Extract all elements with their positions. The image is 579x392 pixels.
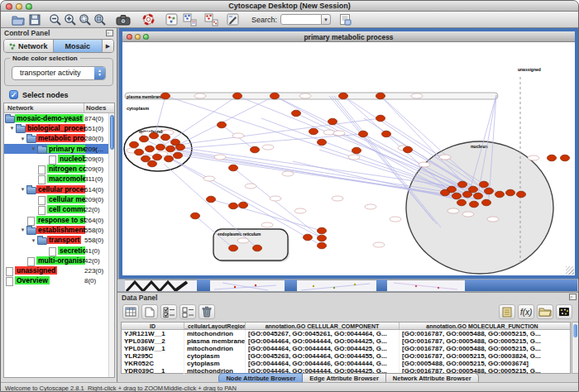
network-node[interactable] bbox=[404, 146, 413, 153]
network-node[interactable] bbox=[239, 202, 248, 208]
network-overview-icon[interactable] bbox=[164, 12, 179, 27]
network-node[interactable] bbox=[441, 189, 450, 196]
zoom-out-icon[interactable] bbox=[48, 12, 63, 27]
network-node[interactable] bbox=[506, 189, 515, 196]
network-node[interactable] bbox=[233, 93, 242, 99]
tree-expand-arrow-icon[interactable]: ▼ bbox=[19, 187, 26, 192]
network-node[interactable] bbox=[141, 155, 151, 162]
tree-row[interactable]: ▼transport558(0) bbox=[4, 236, 114, 246]
network-node[interactable] bbox=[458, 181, 467, 188]
network-node[interactable] bbox=[176, 144, 185, 151]
tree-row[interactable]: cell communicat22(0) bbox=[4, 205, 114, 215]
column-header[interactable]: annotation.GO CELLULAR_COMPONENT bbox=[246, 323, 400, 329]
tree-expand-arrow-icon[interactable]: ▼ bbox=[19, 136, 26, 141]
network-node[interactable] bbox=[452, 193, 462, 199]
tab-mosaic[interactable]: Mosaic bbox=[54, 40, 103, 52]
network-node[interactable] bbox=[135, 149, 144, 155]
import-network-blue-icon[interactable] bbox=[182, 12, 197, 27]
network-node[interactable] bbox=[218, 122, 227, 128]
tree-header-network[interactable]: Network bbox=[4, 103, 84, 112]
network-node[interactable] bbox=[495, 191, 505, 198]
network-node[interactable] bbox=[146, 146, 155, 152]
network-node[interactable] bbox=[207, 196, 216, 203]
unselect-attributes-icon[interactable] bbox=[179, 304, 196, 319]
export-image-camera-icon[interactable] bbox=[116, 12, 131, 27]
save-session-icon[interactable] bbox=[27, 12, 42, 27]
tree-row[interactable]: response to stimulu264(0) bbox=[4, 215, 114, 225]
network-node[interactable] bbox=[482, 199, 491, 206]
network-node[interactable] bbox=[457, 199, 467, 206]
table-scrollbar-thumb[interactable] bbox=[573, 324, 577, 337]
background-window-border[interactable] bbox=[465, 280, 577, 291]
network-node[interactable] bbox=[150, 132, 159, 139]
network-node[interactable] bbox=[561, 155, 570, 161]
network-node[interactable] bbox=[270, 93, 280, 99]
network-node[interactable] bbox=[376, 115, 385, 122]
tree-row[interactable]: ▼metabolic process280(0) bbox=[4, 134, 114, 144]
tree-row[interactable]: secretion41(0) bbox=[4, 246, 114, 256]
network-node[interactable] bbox=[191, 213, 200, 219]
tree-row[interactable]: ▼biological_process651(0) bbox=[4, 123, 114, 133]
import-attributes-folder-icon[interactable] bbox=[537, 304, 553, 319]
tree-row[interactable]: ▼establishment of lo558(0) bbox=[4, 225, 114, 235]
network-node[interactable] bbox=[339, 93, 348, 99]
zoom-fit-content-icon[interactable] bbox=[93, 12, 108, 27]
network-node[interactable] bbox=[485, 188, 494, 194]
network-node[interactable] bbox=[161, 134, 170, 141]
network-node[interactable] bbox=[318, 235, 327, 241]
network-node[interactable] bbox=[153, 154, 162, 160]
window-resize-grip[interactable] bbox=[566, 266, 574, 275]
network-node[interactable] bbox=[480, 181, 489, 188]
background-window-border[interactable] bbox=[285, 280, 297, 291]
column-header[interactable]: _cellularLayoutRegion bbox=[184, 323, 246, 329]
background-window-fragment[interactable] bbox=[387, 280, 465, 291]
new-attribute-icon[interactable] bbox=[141, 304, 158, 319]
network-node[interactable] bbox=[318, 242, 327, 249]
float-panel-icon[interactable] bbox=[569, 294, 577, 300]
network-node[interactable] bbox=[130, 141, 139, 148]
node-color-select[interactable]: transporter activity ▲▼ bbox=[12, 66, 106, 80]
float-panel-icon[interactable] bbox=[106, 30, 113, 36]
table-scrollbar[interactable] bbox=[572, 322, 579, 374]
background-window-fragment[interactable] bbox=[125, 280, 197, 291]
notepad-icon[interactable] bbox=[499, 304, 515, 319]
open-session-icon[interactable] bbox=[11, 12, 26, 27]
network-node[interactable] bbox=[474, 193, 483, 199]
network-node[interactable] bbox=[318, 139, 327, 146]
network-node[interactable] bbox=[352, 147, 361, 154]
network-node[interactable] bbox=[359, 131, 368, 137]
network-node[interactable] bbox=[382, 131, 391, 137]
network-node[interactable] bbox=[470, 201, 479, 208]
network-node[interactable] bbox=[229, 203, 238, 209]
network-node[interactable] bbox=[328, 118, 337, 125]
network-node[interactable] bbox=[304, 234, 313, 241]
network-node[interactable] bbox=[309, 128, 318, 135]
tree-row[interactable]: Overview8(0) bbox=[4, 276, 114, 286]
background-window-border[interactable] bbox=[376, 280, 387, 291]
tree-row[interactable]: cellular metabol209(0) bbox=[4, 194, 114, 204]
tree-expand-arrow-icon[interactable]: ▼ bbox=[19, 227, 26, 232]
tab-network[interactable]: Network bbox=[4, 40, 54, 52]
zoom-in-icon[interactable] bbox=[63, 12, 78, 27]
tree-expand-arrow-icon[interactable]: ▼ bbox=[8, 126, 16, 131]
search-advanced-icon[interactable] bbox=[337, 12, 352, 27]
tree-row[interactable]: mosaic-demo-yeast874(0) bbox=[4, 113, 114, 123]
tree-scrollbar-thumb[interactable] bbox=[110, 115, 114, 150]
tree-row[interactable]: ▼cellular process614(0) bbox=[4, 184, 114, 194]
search-dropdown-button[interactable]: ▼ bbox=[322, 14, 331, 25]
tree-expand-arrow-icon[interactable]: ▼ bbox=[30, 238, 37, 243]
table-row[interactable]: YJR121W__1mitochondrion[GO:0045267, GO:0… bbox=[122, 330, 570, 337]
background-window-fragment[interactable] bbox=[210, 280, 285, 291]
network-node[interactable] bbox=[517, 191, 526, 198]
select-attributes-icon[interactable] bbox=[160, 304, 177, 319]
table-row[interactable]: YPL036W__1mitochondrion[GO:0044464, GO:0… bbox=[122, 345, 570, 352]
network-node[interactable] bbox=[292, 110, 301, 117]
help-lifebuoy-icon[interactable] bbox=[141, 12, 156, 27]
network-node[interactable] bbox=[251, 146, 260, 153]
function-builder-icon[interactable]: f(x) bbox=[518, 304, 534, 319]
tree-row[interactable]: unassigned223(0) bbox=[4, 265, 114, 275]
tab-overflow-button[interactable]: ▶ bbox=[103, 40, 113, 52]
delete-attribute-trash-icon[interactable] bbox=[199, 304, 215, 319]
tree-row[interactable]: multi-organism pro42(0) bbox=[4, 256, 114, 265]
tree-row[interactable]: nitrogen compo209(0) bbox=[4, 164, 114, 174]
